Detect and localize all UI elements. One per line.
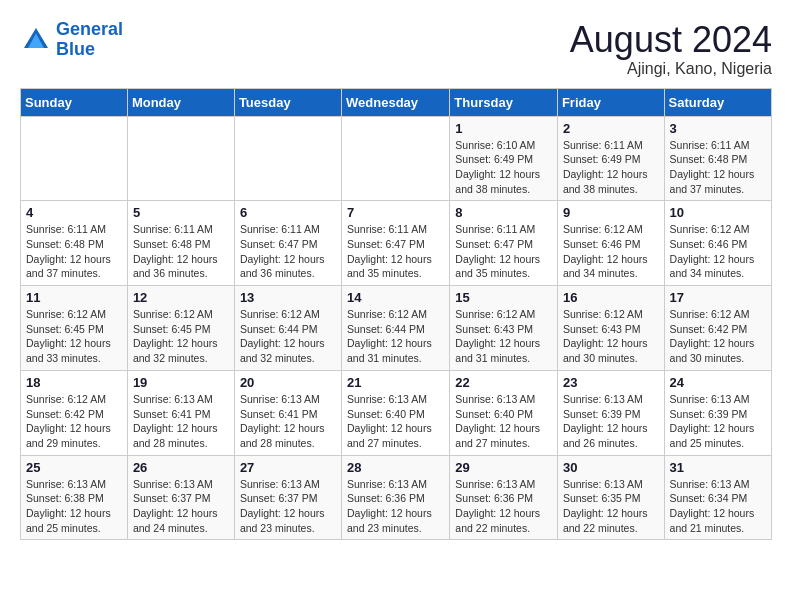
calendar-cell: 26Sunrise: 6:13 AM Sunset: 6:37 PM Dayli… — [127, 455, 234, 540]
day-info: Sunrise: 6:11 AM Sunset: 6:48 PM Dayligh… — [670, 138, 766, 197]
calendar-cell — [127, 116, 234, 201]
calendar-week-row: 25Sunrise: 6:13 AM Sunset: 6:38 PM Dayli… — [21, 455, 772, 540]
calendar-cell: 12Sunrise: 6:12 AM Sunset: 6:45 PM Dayli… — [127, 286, 234, 371]
weekday-header: Sunday — [21, 88, 128, 116]
day-info: Sunrise: 6:11 AM Sunset: 6:48 PM Dayligh… — [133, 222, 229, 281]
calendar-cell — [342, 116, 450, 201]
day-info: Sunrise: 6:12 AM Sunset: 6:45 PM Dayligh… — [26, 307, 122, 366]
day-info: Sunrise: 6:13 AM Sunset: 6:35 PM Dayligh… — [563, 477, 659, 536]
weekday-header: Saturday — [664, 88, 771, 116]
calendar-cell: 20Sunrise: 6:13 AM Sunset: 6:41 PM Dayli… — [234, 370, 341, 455]
day-number: 5 — [133, 205, 229, 220]
calendar-cell: 9Sunrise: 6:12 AM Sunset: 6:46 PM Daylig… — [557, 201, 664, 286]
calendar-cell: 3Sunrise: 6:11 AM Sunset: 6:48 PM Daylig… — [664, 116, 771, 201]
calendar-cell: 29Sunrise: 6:13 AM Sunset: 6:36 PM Dayli… — [450, 455, 558, 540]
calendar-week-row: 4Sunrise: 6:11 AM Sunset: 6:48 PM Daylig… — [21, 201, 772, 286]
day-number: 2 — [563, 121, 659, 136]
calendar-cell: 28Sunrise: 6:13 AM Sunset: 6:36 PM Dayli… — [342, 455, 450, 540]
day-number: 31 — [670, 460, 766, 475]
calendar-cell: 16Sunrise: 6:12 AM Sunset: 6:43 PM Dayli… — [557, 286, 664, 371]
day-info: Sunrise: 6:13 AM Sunset: 6:37 PM Dayligh… — [133, 477, 229, 536]
calendar-cell: 10Sunrise: 6:12 AM Sunset: 6:46 PM Dayli… — [664, 201, 771, 286]
day-info: Sunrise: 6:13 AM Sunset: 6:34 PM Dayligh… — [670, 477, 766, 536]
day-number: 21 — [347, 375, 444, 390]
calendar-cell: 31Sunrise: 6:13 AM Sunset: 6:34 PM Dayli… — [664, 455, 771, 540]
day-number: 26 — [133, 460, 229, 475]
day-number: 10 — [670, 205, 766, 220]
day-number: 29 — [455, 460, 552, 475]
day-number: 24 — [670, 375, 766, 390]
calendar-cell: 17Sunrise: 6:12 AM Sunset: 6:42 PM Dayli… — [664, 286, 771, 371]
day-number: 7 — [347, 205, 444, 220]
day-info: Sunrise: 6:12 AM Sunset: 6:45 PM Dayligh… — [133, 307, 229, 366]
logo: General Blue — [20, 20, 123, 60]
day-info: Sunrise: 6:11 AM Sunset: 6:47 PM Dayligh… — [455, 222, 552, 281]
day-info: Sunrise: 6:13 AM Sunset: 6:36 PM Dayligh… — [455, 477, 552, 536]
calendar-body: 1Sunrise: 6:10 AM Sunset: 6:49 PM Daylig… — [21, 116, 772, 540]
calendar-cell: 25Sunrise: 6:13 AM Sunset: 6:38 PM Dayli… — [21, 455, 128, 540]
day-info: Sunrise: 6:13 AM Sunset: 6:40 PM Dayligh… — [347, 392, 444, 451]
day-info: Sunrise: 6:12 AM Sunset: 6:44 PM Dayligh… — [347, 307, 444, 366]
calendar-cell: 13Sunrise: 6:12 AM Sunset: 6:44 PM Dayli… — [234, 286, 341, 371]
weekday-header: Thursday — [450, 88, 558, 116]
day-number: 27 — [240, 460, 336, 475]
day-info: Sunrise: 6:12 AM Sunset: 6:43 PM Dayligh… — [455, 307, 552, 366]
calendar-cell: 6Sunrise: 6:11 AM Sunset: 6:47 PM Daylig… — [234, 201, 341, 286]
day-number: 25 — [26, 460, 122, 475]
weekday-header-row: SundayMondayTuesdayWednesdayThursdayFrid… — [21, 88, 772, 116]
weekday-header: Wednesday — [342, 88, 450, 116]
month-year: August 2024 — [570, 20, 772, 60]
day-number: 18 — [26, 375, 122, 390]
day-info: Sunrise: 6:12 AM Sunset: 6:42 PM Dayligh… — [26, 392, 122, 451]
day-number: 16 — [563, 290, 659, 305]
day-info: Sunrise: 6:13 AM Sunset: 6:41 PM Dayligh… — [133, 392, 229, 451]
day-info: Sunrise: 6:12 AM Sunset: 6:42 PM Dayligh… — [670, 307, 766, 366]
day-info: Sunrise: 6:11 AM Sunset: 6:48 PM Dayligh… — [26, 222, 122, 281]
day-number: 8 — [455, 205, 552, 220]
day-number: 14 — [347, 290, 444, 305]
day-number: 12 — [133, 290, 229, 305]
calendar-cell: 11Sunrise: 6:12 AM Sunset: 6:45 PM Dayli… — [21, 286, 128, 371]
calendar-cell: 23Sunrise: 6:13 AM Sunset: 6:39 PM Dayli… — [557, 370, 664, 455]
day-number: 19 — [133, 375, 229, 390]
logo-line2: Blue — [56, 39, 95, 59]
day-number: 15 — [455, 290, 552, 305]
calendar-cell — [21, 116, 128, 201]
weekday-header: Tuesday — [234, 88, 341, 116]
day-number: 13 — [240, 290, 336, 305]
calendar-cell: 2Sunrise: 6:11 AM Sunset: 6:49 PM Daylig… — [557, 116, 664, 201]
day-info: Sunrise: 6:13 AM Sunset: 6:40 PM Dayligh… — [455, 392, 552, 451]
day-info: Sunrise: 6:11 AM Sunset: 6:47 PM Dayligh… — [347, 222, 444, 281]
day-info: Sunrise: 6:11 AM Sunset: 6:47 PM Dayligh… — [240, 222, 336, 281]
day-info: Sunrise: 6:12 AM Sunset: 6:44 PM Dayligh… — [240, 307, 336, 366]
title-block: August 2024 Ajingi, Kano, Nigeria — [570, 20, 772, 78]
calendar-cell — [234, 116, 341, 201]
calendar-cell: 7Sunrise: 6:11 AM Sunset: 6:47 PM Daylig… — [342, 201, 450, 286]
page-header: General Blue August 2024 Ajingi, Kano, N… — [20, 20, 772, 78]
day-info: Sunrise: 6:13 AM Sunset: 6:38 PM Dayligh… — [26, 477, 122, 536]
day-number: 30 — [563, 460, 659, 475]
calendar-table: SundayMondayTuesdayWednesdayThursdayFrid… — [20, 88, 772, 541]
day-info: Sunrise: 6:13 AM Sunset: 6:37 PM Dayligh… — [240, 477, 336, 536]
calendar-cell: 19Sunrise: 6:13 AM Sunset: 6:41 PM Dayli… — [127, 370, 234, 455]
day-info: Sunrise: 6:10 AM Sunset: 6:49 PM Dayligh… — [455, 138, 552, 197]
weekday-header: Monday — [127, 88, 234, 116]
calendar-cell: 27Sunrise: 6:13 AM Sunset: 6:37 PM Dayli… — [234, 455, 341, 540]
calendar-cell: 1Sunrise: 6:10 AM Sunset: 6:49 PM Daylig… — [450, 116, 558, 201]
day-number: 28 — [347, 460, 444, 475]
location: Ajingi, Kano, Nigeria — [570, 60, 772, 78]
weekday-header: Friday — [557, 88, 664, 116]
day-number: 4 — [26, 205, 122, 220]
calendar-cell: 14Sunrise: 6:12 AM Sunset: 6:44 PM Dayli… — [342, 286, 450, 371]
day-number: 6 — [240, 205, 336, 220]
day-number: 23 — [563, 375, 659, 390]
day-number: 17 — [670, 290, 766, 305]
day-info: Sunrise: 6:12 AM Sunset: 6:46 PM Dayligh… — [563, 222, 659, 281]
calendar-cell: 5Sunrise: 6:11 AM Sunset: 6:48 PM Daylig… — [127, 201, 234, 286]
calendar-header: SundayMondayTuesdayWednesdayThursdayFrid… — [21, 88, 772, 116]
calendar-week-row: 11Sunrise: 6:12 AM Sunset: 6:45 PM Dayli… — [21, 286, 772, 371]
logo-icon — [20, 24, 52, 56]
calendar-cell: 24Sunrise: 6:13 AM Sunset: 6:39 PM Dayli… — [664, 370, 771, 455]
day-info: Sunrise: 6:13 AM Sunset: 6:39 PM Dayligh… — [563, 392, 659, 451]
day-info: Sunrise: 6:12 AM Sunset: 6:43 PM Dayligh… — [563, 307, 659, 366]
